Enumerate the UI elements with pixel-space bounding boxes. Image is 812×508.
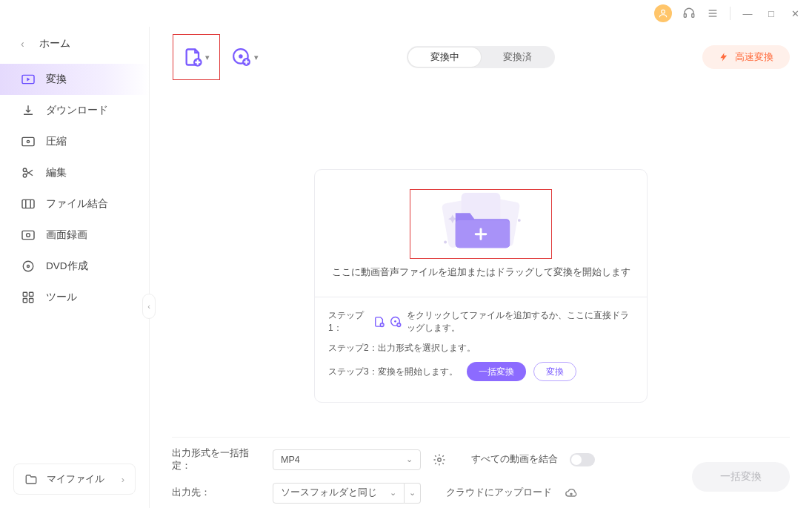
step-1: ステップ1： をクリックしてファイルを追加するか、ここに直接ドラッグします。: [328, 309, 633, 334]
add-file-button[interactable]: ▾: [173, 34, 220, 80]
step1-prefix: ステップ1：: [328, 309, 369, 334]
maximize-button[interactable]: □: [765, 7, 778, 20]
format-settings-button[interactable]: [433, 453, 446, 466]
sidebar-item-download[interactable]: ダウンロード: [0, 95, 149, 126]
sidebar-item-label: DVD作成: [46, 260, 88, 273]
svg-rect-15: [22, 231, 34, 239]
svg-marker-7: [27, 78, 30, 82]
svg-point-9: [27, 140, 29, 142]
batch-convert-button[interactable]: 一括変換: [692, 462, 790, 492]
step1-suffix: をクリックしてファイルを追加するか、ここに直接ドラッグします。: [407, 309, 633, 334]
svg-rect-12: [22, 199, 34, 208]
output-format-value: MP4: [281, 455, 300, 465]
record-icon: [21, 228, 36, 243]
fast-convert-button[interactable]: 高速変換: [702, 45, 790, 69]
merge-icon: [21, 197, 36, 211]
svg-rect-2: [692, 14, 694, 18]
svg-point-10: [23, 168, 27, 172]
output-dest-select[interactable]: ソースフォルダと同じ ⌄: [273, 483, 405, 504]
tab-converting[interactable]: 変換中: [408, 47, 481, 67]
dropzone-text: ここに動画音声ファイルを追加またはドラッグして変換を開始します: [332, 266, 630, 279]
output-dest-label: 出力先：: [172, 486, 261, 499]
dropzone-button[interactable]: [410, 189, 552, 259]
chevron-down-icon: ▾: [205, 53, 210, 62]
home-label: ホーム: [39, 37, 70, 50]
sidebar-item-convert[interactable]: 変換: [0, 64, 149, 95]
chevron-left-icon: ‹: [21, 38, 24, 50]
apps-icon: [21, 290, 36, 305]
svg-rect-21: [23, 299, 27, 303]
chevron-right-icon: ›: [122, 474, 124, 485]
tab-converted[interactable]: 変換済: [481, 47, 553, 67]
sidebar-item-label: 編集: [46, 166, 67, 179]
svg-point-0: [662, 10, 665, 13]
sidebar-item-dvd[interactable]: DVD作成: [0, 251, 149, 282]
fast-convert-label: 高速変換: [735, 50, 773, 64]
sidebar-item-edit[interactable]: 編集: [0, 157, 149, 188]
sidebar-item-merge[interactable]: ファイル結合: [0, 188, 149, 220]
svg-point-16: [27, 234, 30, 237]
sidebar-item-label: 画面録画: [46, 228, 87, 242]
drop-panel-top: ここに動画音声ファイルを追加またはドラッグして変換を開始します: [315, 170, 647, 297]
convert-button-hint[interactable]: 変換: [533, 362, 576, 381]
sidebar-item-record[interactable]: 画面録画: [0, 220, 149, 251]
merge-toggle[interactable]: [570, 453, 595, 466]
svg-rect-22: [30, 299, 33, 303]
output-format-select[interactable]: MP4 ⌄: [273, 449, 421, 470]
chevron-down-icon: ▾: [254, 53, 259, 62]
step3-text: ステップ3：変換を開始します。: [328, 366, 458, 378]
svg-point-35: [395, 320, 397, 323]
headset-icon[interactable]: [682, 7, 696, 20]
svg-point-37: [438, 458, 442, 461]
avatar-icon[interactable]: [654, 4, 672, 22]
svg-point-17: [23, 261, 33, 271]
sidebar-item-tools[interactable]: ツール: [0, 282, 149, 313]
svg-point-31: [518, 219, 521, 222]
file-plus-icon: [373, 314, 385, 329]
batch-convert-button-hint[interactable]: 一括変換: [467, 362, 526, 381]
download-icon: [21, 103, 36, 118]
home-nav[interactable]: ‹ ホーム: [0, 27, 149, 64]
toolbar: ▾ ▾ 変換中 変換済 高速変換: [172, 27, 790, 88]
steps-panel: ステップ1： をクリックしてファイルを追加するか、ここに直接ドラッグします。 ス…: [315, 297, 647, 402]
cloud-upload-label: クラウドにアップロード: [446, 486, 552, 499]
folder-icon: [24, 473, 38, 485]
sidebar-item-label: ツール: [46, 291, 77, 304]
my-files-label: マイファイル: [47, 472, 104, 486]
sidebar-item-label: ファイル結合: [46, 197, 108, 211]
divider: [730, 7, 731, 20]
svg-point-18: [27, 265, 30, 268]
my-files-button[interactable]: マイファイル ›: [13, 464, 136, 495]
svg-rect-8: [22, 137, 34, 145]
convert-icon: [21, 72, 36, 87]
output-dest-value: ソースフォルダと同じ: [281, 486, 377, 499]
chevron-down-icon: ⌄: [406, 455, 413, 464]
merge-label: すべての動画を結合: [471, 453, 558, 466]
lightning-icon: [719, 51, 729, 63]
drop-panel: ここに動画音声ファイルを追加またはドラッグして変換を開始します ステップ1： を…: [314, 169, 648, 403]
step-2: ステップ2：出力形式を選択します。: [328, 342, 633, 354]
svg-rect-19: [23, 292, 27, 296]
step2-text: ステップ2：出力形式を選択します。: [328, 342, 476, 354]
scissors-icon: [21, 165, 36, 180]
main-area: ▾ ▾ 変換中 変換済 高速変換: [150, 27, 812, 508]
menu-icon[interactable]: [706, 7, 719, 20]
dvd-icon: [21, 259, 36, 274]
svg-point-30: [444, 240, 447, 243]
compress-icon: [21, 134, 36, 149]
output-dest-browse[interactable]: ⌄: [405, 483, 421, 504]
minimize-button[interactable]: —: [741, 7, 754, 20]
chevron-down-icon: ⌄: [390, 488, 396, 498]
sidebar-item-label: ダウンロード: [46, 104, 108, 117]
sidebar: ‹ ホーム 変換 ダウンロード 圧縮 編集 ファイル結合: [0, 27, 150, 508]
nav-list: 変換 ダウンロード 圧縮 編集 ファイル結合 画面録画: [0, 64, 149, 464]
titlebar: — □ ✕: [0, 0, 812, 27]
output-format-label: 出力形式を一括指定：: [172, 447, 261, 472]
sidebar-item-label: 変換: [46, 73, 67, 86]
sidebar-item-compress[interactable]: 圧縮: [0, 126, 149, 157]
svg-rect-20: [30, 292, 33, 296]
add-dvd-button[interactable]: ▾: [232, 47, 259, 67]
cloud-upload-button[interactable]: [564, 487, 579, 499]
status-tabs: 変換中 変換済: [407, 46, 555, 68]
close-button[interactable]: ✕: [788, 7, 802, 20]
